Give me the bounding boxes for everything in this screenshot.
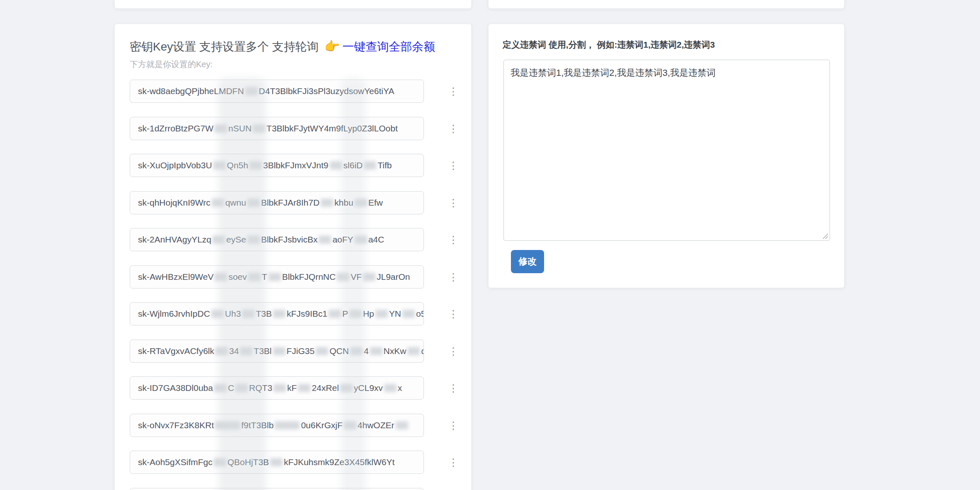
key-row: sk-ID7GA38Dl0ubaCRQT3kF24xRelyCL9xvx⋮ <box>130 376 461 400</box>
redaction-blur <box>213 161 226 170</box>
redaction-blur <box>273 347 286 355</box>
kebab-menu-icon[interactable]: ⋮ <box>448 419 459 432</box>
redaction-blur <box>212 199 224 207</box>
kebab-menu-icon[interactable]: ⋮ <box>448 196 459 209</box>
key-row: sk-1dZrroBtzPG7WnSUNT3BlbkFJytWY4m9fLyp0… <box>130 117 461 140</box>
redaction-blur <box>247 235 260 244</box>
redaction-blur <box>321 199 333 207</box>
redaction-blur <box>329 310 341 318</box>
kebab-menu-icon[interactable]: ⋮ <box>448 456 459 469</box>
redaction-blur <box>215 421 240 429</box>
redaction-blur <box>213 235 225 244</box>
redaction-blur <box>269 273 281 281</box>
api-key-input[interactable] <box>130 488 424 490</box>
kebab-menu-icon[interactable]: ⋮ <box>448 85 459 98</box>
kebab-menu-icon[interactable]: ⋮ <box>448 381 459 395</box>
key-row: sk-AwHBzxEl9WeVsoevTBlbkFJQrnNCVFJL9arOn… <box>130 265 461 289</box>
redaction-blur <box>298 384 310 392</box>
api-key-input[interactable]: sk-ID7GA38Dl0ubaCRQT3kF24xRelyCL9xvx <box>130 376 424 400</box>
pointing-hand-emoji-icon: 👉 <box>324 39 340 53</box>
key-row: sk-wd8aebgQPjbheLMDFND4T3BlbkFJi3sPl3uzy… <box>130 80 461 103</box>
redaction-blur <box>215 347 228 355</box>
api-keys-list: sk-wd8aebgQPjbheLMDFND4T3BlbkFJi3sPl3uzy… <box>130 80 461 490</box>
key-row: sk-XuOjpIpbVob3UQn5h3BlbkFJmxVJnt9sl6iDT… <box>130 154 461 177</box>
redaction-blur <box>407 347 420 355</box>
redaction-blur <box>275 421 300 429</box>
key-row: sk-Aoh5gXSifmFgcQBoHjT3BkFJKuhsmk9Ze3X45… <box>130 451 461 474</box>
api-key-input[interactable]: sk-XuOjpIpbVob3UQn5h3BlbkFJmxVJnt9sl6iDT… <box>130 154 424 177</box>
api-key-input[interactable]: sk-1dZrroBtzPG7WnSUNT3BlbkFJytWY4m9fLyp0… <box>130 117 424 140</box>
api-key-input[interactable]: sk-oNvx7Fz3K8KRtf9tT3Blb0u6KrGxjF4hwOZEr <box>130 414 424 437</box>
top-card-right-partial <box>488 0 844 9</box>
redaction-blur <box>253 124 265 133</box>
redaction-blur <box>355 199 367 207</box>
redaction-blur <box>349 310 362 318</box>
redaction-blur <box>242 310 254 318</box>
query-all-balance-link[interactable]: 一键查询全部余额 <box>342 40 435 53</box>
key-row: sk-oNvx7Fz3K8KRtf9tT3Blb0u6KrGxjF4hwOZEr… <box>130 414 461 437</box>
redaction-blur <box>375 310 388 318</box>
redaction-blur <box>384 384 397 392</box>
kebab-menu-icon[interactable]: ⋮ <box>448 307 459 320</box>
key-row <box>130 488 461 490</box>
modify-button[interactable]: 修改 <box>511 250 544 273</box>
redaction-blur <box>240 347 252 355</box>
api-key-input[interactable]: sk-Aoh5gXSifmFgcQBoHjT3BkFJKuhsmk9Ze3X45… <box>130 451 424 474</box>
redaction-blur <box>402 310 415 318</box>
redaction-blur <box>215 273 227 281</box>
api-key-input[interactable]: sk-RTaVgxvACfy6lk34T3BlFJiG35QCN4NxKwqy <box>130 340 424 363</box>
redaction-blur <box>248 273 261 281</box>
key-settings-header: 密钥Key设置 支持设置多个 支持轮询👉一键查询全部余额 <box>130 37 435 56</box>
redaction-blur <box>363 273 375 281</box>
redaction-blur <box>344 421 356 429</box>
banned-words-textarea[interactable]: 我是违禁词1,我是违禁词2,我是违禁词3,我是违禁词 <box>503 60 830 241</box>
redaction-blur <box>350 347 363 355</box>
redaction-blur <box>364 161 376 170</box>
redaction-blur <box>319 235 331 244</box>
redaction-blur <box>370 347 382 355</box>
kebab-menu-icon[interactable]: ⋮ <box>448 159 459 172</box>
kebab-menu-icon[interactable]: ⋮ <box>448 344 459 358</box>
redaction-blur <box>235 384 248 392</box>
redaction-blur <box>214 458 226 466</box>
redaction-blur <box>215 124 227 133</box>
api-key-input[interactable]: sk-2AnHVAgyYLzqeySeBlbkFJsbvicBxaoFYa4C <box>130 228 424 251</box>
key-row: sk-qhHojqKnI9WrcqwnuBlbkFJAr8Ih7DkhbuEfw… <box>130 191 461 214</box>
redaction-blur <box>270 458 283 466</box>
redaction-blur <box>247 199 260 207</box>
kebab-menu-icon[interactable]: ⋮ <box>448 233 459 246</box>
redaction-blur <box>330 161 342 170</box>
banned-words-card: 定义违禁词 使用,分割， 例如:违禁词1,违禁词2,违禁词3 我是违禁词1,我是… <box>488 24 844 288</box>
key-settings-card: 密钥Key设置 支持设置多个 支持轮询👉一键查询全部余额 下方就是你设置的Key… <box>114 24 472 490</box>
redaction-blur <box>249 161 262 170</box>
api-key-input[interactable]: sk-wd8aebgQPjbheLMDFND4T3BlbkFJi3sPl3uzy… <box>130 80 424 103</box>
key-row: sk-Wjlm6JrvhIpDCUh3T3BkFJs9IBc1PHpYNo5⋮ <box>130 302 461 325</box>
redaction-blur <box>316 347 328 355</box>
redaction-blur <box>340 384 353 392</box>
api-key-input[interactable]: sk-Wjlm6JrvhIpDCUh3T3BkFJs9IBc1PHpYNo5 <box>130 302 424 325</box>
redaction-blur <box>396 421 408 429</box>
keys-subtitle: 下方就是你设置的Key: <box>130 59 213 70</box>
api-key-input[interactable]: sk-qhHojqKnI9WrcqwnuBlbkFJAr8Ih7DkhbuEfw <box>130 191 424 214</box>
key-row: sk-RTaVgxvACfy6lk34T3BlFJiG35QCN4NxKwqy⋮ <box>130 340 461 363</box>
redaction-blur <box>355 235 367 244</box>
page-background: { "keys_card": { "title": "密钥Key设置 支持设置多… <box>0 0 980 490</box>
banned-words-title: 定义违禁词 使用,分割， 例如:违禁词1,违禁词2,违禁词3 <box>503 39 715 51</box>
redaction-blur <box>245 87 258 95</box>
kebab-menu-icon[interactable]: ⋮ <box>448 122 459 135</box>
top-card-left-partial <box>114 0 472 9</box>
kebab-menu-icon[interactable]: ⋮ <box>448 270 459 284</box>
redaction-blur <box>337 273 349 281</box>
redaction-blur <box>273 310 286 318</box>
api-key-input[interactable]: sk-AwHBzxEl9WeVsoevTBlbkFJQrnNCVFJL9arOn <box>130 265 424 289</box>
redaction-blur <box>211 310 224 318</box>
key-settings-title: 密钥Key设置 支持设置多个 支持轮询 <box>130 40 319 53</box>
key-row: sk-2AnHVAgyYLzqeySeBlbkFJsbvicBxaoFYa4C⋮ <box>130 228 461 251</box>
redaction-blur <box>214 384 227 392</box>
redaction-blur <box>273 384 286 392</box>
